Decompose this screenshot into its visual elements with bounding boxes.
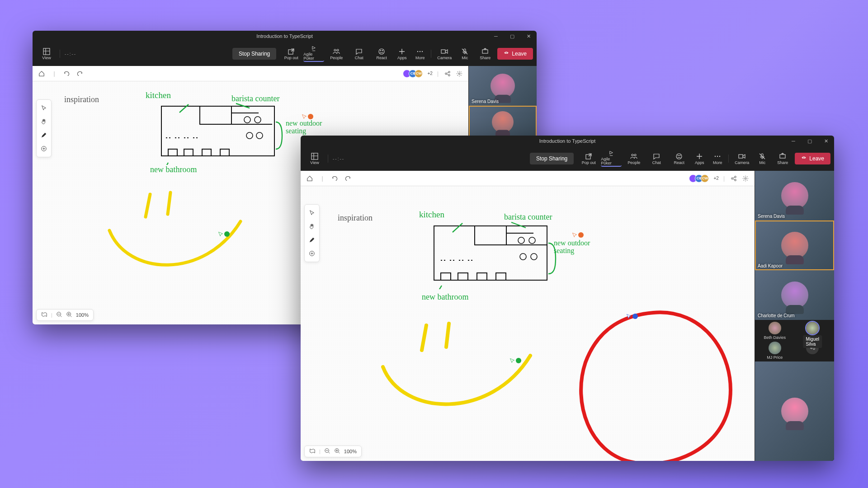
close-button[interactable]: ✕ xyxy=(818,136,834,146)
self-video-tile[interactable] xyxy=(755,361,834,461)
minimize-button[interactable]: ─ xyxy=(488,31,504,42)
remote-cursor xyxy=(302,113,313,121)
close-button[interactable]: ✕ xyxy=(520,31,537,42)
presence-overflow[interactable]: +2 xyxy=(427,71,432,76)
participant-thumbnails: Beth Davies Miguel Silva MJ Price +6 xyxy=(755,320,834,361)
stop-sharing-button[interactable]: Stop Sharing xyxy=(530,153,574,164)
apps-button[interactable]: Apps xyxy=(691,150,708,167)
annotation-kitchen: kitchen xyxy=(419,210,444,220)
stop-sharing-button[interactable]: Stop Sharing xyxy=(232,48,276,60)
zoom-in-button[interactable] xyxy=(66,311,72,319)
svg-point-13 xyxy=(445,73,447,75)
gear-icon[interactable] xyxy=(455,69,464,78)
undo-button[interactable] xyxy=(62,69,71,78)
more-button[interactable]: More xyxy=(709,150,726,167)
remote-cursor xyxy=(626,313,638,321)
people-button[interactable]: People xyxy=(623,150,644,167)
annotation-bathroom: new bathroom xyxy=(150,165,197,174)
meeting-toolbar: View --:-- Stop Sharing Pop out Agile Po… xyxy=(33,42,537,66)
undo-button[interactable] xyxy=(330,174,340,183)
leave-button[interactable]: Leave xyxy=(795,153,830,164)
zoom-level: 100% xyxy=(344,449,357,454)
presence-avatars[interactable]: CB CW xyxy=(405,70,423,78)
agile-poker-button[interactable]: Agile Poker xyxy=(601,150,622,167)
presence-overflow[interactable]: +2 xyxy=(713,176,718,181)
share-button[interactable]: Share xyxy=(772,150,793,167)
zoom-in-button[interactable] xyxy=(334,448,340,455)
share-icon[interactable] xyxy=(443,69,452,78)
redo-button[interactable] xyxy=(75,69,84,78)
agile-poker-button[interactable]: Agile Poker xyxy=(303,46,324,62)
mic-button[interactable]: Mic xyxy=(754,150,770,167)
video-tile[interactable]: Serena Davis xyxy=(469,66,537,106)
gear-icon[interactable] xyxy=(741,174,750,183)
pan-tool[interactable] xyxy=(38,116,49,127)
canvas-tool-palette xyxy=(36,99,52,157)
svg-point-6 xyxy=(382,50,383,51)
titlebar: Introduction to TypeScript ─ ▢ ✕ xyxy=(301,136,834,146)
svg-rect-18 xyxy=(161,106,274,156)
view-button[interactable]: View xyxy=(304,150,325,167)
share-button[interactable]: Share xyxy=(475,46,495,62)
popout-button[interactable]: Pop out xyxy=(578,150,599,167)
svg-point-15 xyxy=(448,74,450,76)
video-tile[interactable]: Charlotte de Crum xyxy=(755,270,834,320)
people-button[interactable]: People xyxy=(326,46,347,62)
zoom-out-button[interactable] xyxy=(324,448,330,455)
participant-thumb[interactable]: Miguel Silva xyxy=(795,322,831,340)
video-tile[interactable] xyxy=(469,106,537,138)
add-tool[interactable] xyxy=(38,143,49,154)
svg-rect-10 xyxy=(441,50,445,53)
chat-button[interactable]: Chat xyxy=(646,150,667,167)
svg-point-4 xyxy=(379,49,384,54)
svg-point-30 xyxy=(678,155,679,155)
svg-point-29 xyxy=(676,154,682,159)
remote-cursor xyxy=(218,230,230,239)
svg-point-19 xyxy=(244,117,250,123)
minimap-icon[interactable] xyxy=(41,311,47,319)
camera-button[interactable]: Camera xyxy=(731,150,752,167)
svg-point-40 xyxy=(735,179,736,181)
select-tool[interactable] xyxy=(38,103,49,113)
presence-avatars[interactable]: CB CW xyxy=(691,174,709,183)
svg-point-22 xyxy=(256,132,263,139)
svg-point-9 xyxy=(422,51,423,52)
more-button[interactable]: More xyxy=(412,46,428,62)
apps-button[interactable]: Apps xyxy=(394,46,410,62)
svg-point-44 xyxy=(518,237,524,244)
select-tool[interactable] xyxy=(307,207,317,218)
pen-tool[interactable] xyxy=(307,235,317,245)
participant-tooltip: Miguel Silva xyxy=(803,335,822,348)
share-icon[interactable] xyxy=(729,174,738,183)
home-icon[interactable] xyxy=(305,174,314,183)
redo-button[interactable] xyxy=(343,174,352,183)
view-button[interactable]: View xyxy=(36,46,57,62)
participant-thumb[interactable]: Beth Davies xyxy=(757,322,793,340)
participant-thumb[interactable]: MJ Price xyxy=(757,342,793,360)
svg-point-27 xyxy=(632,154,633,156)
leave-button[interactable]: Leave xyxy=(497,48,533,60)
whiteboard-header: | CB CW +2 | xyxy=(33,66,468,81)
svg-point-3 xyxy=(337,49,339,51)
video-tile[interactable]: Serena Davis xyxy=(755,171,834,221)
pen-tool[interactable] xyxy=(38,130,49,141)
pan-tool[interactable] xyxy=(307,221,317,232)
camera-button[interactable]: Camera xyxy=(434,46,455,62)
svg-point-31 xyxy=(680,155,680,155)
popout-button[interactable]: Pop out xyxy=(281,46,302,62)
add-tool[interactable] xyxy=(307,248,317,259)
window-title: Introduction to TypeScript xyxy=(256,33,313,39)
video-tile[interactable]: Aadi Kapoor xyxy=(755,221,834,270)
maximize-button[interactable]: ▢ xyxy=(504,31,520,42)
zoom-out-button[interactable] xyxy=(56,311,62,319)
react-button[interactable]: React xyxy=(371,46,392,62)
react-button[interactable]: React xyxy=(669,150,689,167)
timer: --:-- xyxy=(63,52,78,56)
minimize-button[interactable]: ─ xyxy=(785,136,802,146)
home-icon[interactable] xyxy=(37,69,46,78)
chat-button[interactable]: Chat xyxy=(349,46,369,62)
minimap-icon[interactable] xyxy=(309,448,316,455)
mic-button[interactable]: Mic xyxy=(457,46,473,62)
whiteboard-canvas[interactable]: inspiration kitchen barista counter new … xyxy=(301,186,755,461)
maximize-button[interactable]: ▢ xyxy=(802,136,818,146)
